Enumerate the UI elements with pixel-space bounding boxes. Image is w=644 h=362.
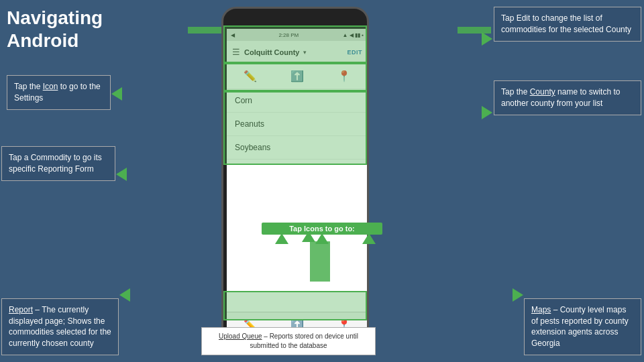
icon-settings-annotation: Tap the Icon to go to the Settings [7, 75, 111, 110]
maps-annotation: Maps – County level maps of pests report… [524, 298, 641, 355]
commodity-peanuts[interactable]: Peanuts [227, 113, 368, 136]
commodity-list: Corn Peanuts Soybeans [227, 89, 368, 160]
status-time: 2:28 PM [278, 32, 299, 38]
report-annotation: Report – The currently displayed page; S… [1, 298, 119, 355]
settings-arrow [111, 87, 122, 101]
left-top-arrow-bar [188, 27, 221, 34]
report-arrow [119, 288, 130, 302]
commodity-annotation: Tap a Commodity to go its specific Repor… [1, 146, 115, 181]
upload-queue-annotation: Upload Queue – Reports stored on device … [201, 327, 376, 355]
header-left: ☰ Colquitt County ▾ [232, 47, 307, 57]
edit-arrow [482, 32, 492, 46]
map-icon[interactable]: 📍 [337, 70, 351, 82]
report-icon[interactable]: ✏️ [244, 70, 257, 82]
upload-icon[interactable]: ⬆️ [290, 70, 304, 82]
edit-button[interactable]: EDIT [347, 49, 362, 56]
phone-frame: ◀ 2:28 PM ▲ ◀ ▮▮ ▪ ☰ Colquitt County ▾ E… [221, 7, 369, 355]
hamburger-icon[interactable]: ☰ [232, 47, 240, 57]
commodity-arrow [116, 168, 127, 181]
commodity-soybeans[interactable]: Soybeans [227, 136, 368, 160]
dropdown-arrow-icon: ▾ [303, 49, 307, 56]
county-annotation: Tap the County name to switch to another… [494, 80, 641, 115]
tap-icons-arrow-right [362, 233, 376, 244]
right-top-arrow-bar [458, 27, 491, 34]
tap-icons-arrow-left [275, 233, 288, 244]
status-bar: ◀ 2:28 PM ▲ ◀ ▮▮ ▪ [227, 29, 368, 41]
commodity-corn[interactable]: Corn [227, 89, 368, 113]
county-name[interactable]: Colquitt County [244, 48, 299, 56]
page-title: Navigating Android [7, 7, 103, 52]
upload-arrow-head [302, 231, 315, 242]
phone-screen: ◀ 2:28 PM ▲ ◀ ▮▮ ▪ ☰ Colquitt County ▾ E… [227, 29, 368, 337]
status-icons: ▲ ◀ ▮▮ ▪ [343, 32, 364, 38]
app-header: ☰ Colquitt County ▾ EDIT [227, 41, 368, 64]
upload-arrow-shaft [310, 241, 330, 282]
county-arrow [482, 106, 492, 119]
top-action-bar: ✏️ ⬆️ 📍 [227, 64, 368, 89]
phone-mockup: ◀ 2:28 PM ▲ ◀ ▮▮ ▪ ☰ Colquitt County ▾ E… [221, 7, 369, 355]
maps-arrow [513, 288, 523, 302]
status-left: ◀ [231, 32, 235, 38]
edit-annotation: Tap Edit to change the list of commoditi… [494, 7, 641, 42]
